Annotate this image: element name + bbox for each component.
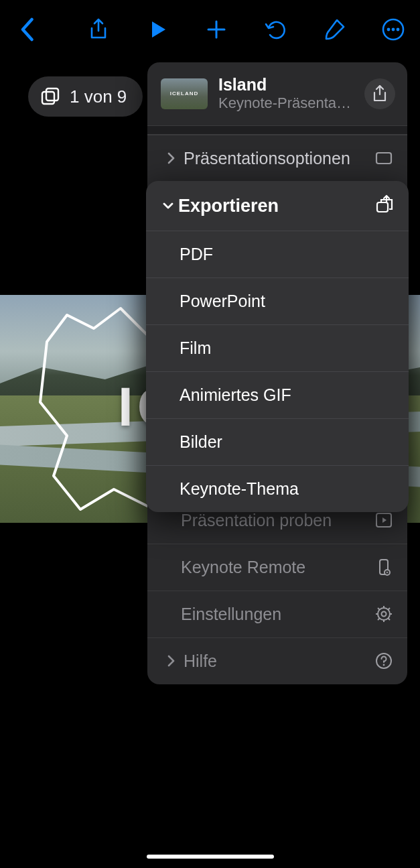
svg-point-3: [397, 28, 400, 32]
export-item-label: Keynote-Thema: [180, 479, 394, 499]
doc-subtitle: Keynote-Präsentati…: [218, 95, 354, 112]
svg-line-17: [388, 618, 390, 620]
export-item-label: Animiertes GIF: [180, 385, 394, 405]
menu-item-settings[interactable]: Einstellungen: [147, 591, 407, 637]
menu-item-label: Präsentation proben: [162, 511, 375, 530]
export-header-label: Exportieren: [178, 196, 375, 216]
export-item-label: Film: [180, 338, 394, 358]
svg-rect-4: [42, 92, 54, 104]
svg-point-11: [382, 612, 387, 617]
menu-item-label: Einstellungen: [162, 605, 375, 624]
chevron-right-icon: [162, 151, 180, 165]
menu-item-presentation-options[interactable]: Präsentationsoptionen: [147, 135, 407, 182]
export-item-pdf[interactable]: PDF: [146, 231, 409, 277]
export-icon: [375, 194, 394, 218]
top-toolbar: [0, 0, 420, 59]
doc-thumbnail: ICELAND: [161, 78, 208, 109]
export-item-keynote-theme[interactable]: Keynote-Thema: [146, 465, 409, 512]
chevron-right-icon: [162, 654, 180, 668]
slide-counter-label: 1 von 9: [70, 86, 127, 107]
presentation-icon: [375, 149, 393, 167]
menu-item-keynote-remote[interactable]: Keynote Remote: [147, 544, 407, 591]
svg-line-19: [388, 608, 390, 610]
add-button[interactable]: [196, 9, 236, 50]
menu-item-label: Keynote Remote: [162, 558, 375, 577]
export-item-images[interactable]: Bilder: [146, 418, 409, 465]
svg-rect-5: [46, 88, 58, 101]
export-item-label: Bilder: [180, 432, 394, 452]
export-item-label: PowerPoint: [180, 292, 394, 311]
svg-point-21: [383, 664, 385, 666]
play-button[interactable]: [137, 9, 178, 50]
menu-item-label: Hilfe: [184, 652, 375, 671]
svg-point-1: [387, 28, 391, 32]
chevron-down-icon: [158, 199, 178, 212]
more-button[interactable]: [373, 9, 413, 50]
svg-rect-22: [377, 202, 388, 212]
export-item-label: PDF: [180, 245, 394, 264]
play-rect-icon: [375, 511, 393, 529]
share-button[interactable]: [78, 9, 119, 50]
slides-icon: [40, 86, 60, 107]
back-button[interactable]: [7, 9, 47, 50]
doc-title: Island: [218, 76, 354, 95]
menu-item-label: Präsentationsoptionen: [184, 149, 375, 168]
svg-point-2: [392, 28, 395, 32]
gear-icon: [375, 605, 393, 623]
undo-button[interactable]: [255, 9, 295, 50]
export-item-powerpoint[interactable]: PowerPoint: [146, 277, 409, 324]
header-share-button[interactable]: [364, 78, 395, 109]
export-submenu: Exportieren PDF PowerPoint Film Animiert…: [146, 181, 409, 512]
menu-item-help[interactable]: Hilfe: [147, 637, 407, 684]
export-item-gif[interactable]: Animiertes GIF: [146, 371, 409, 418]
export-item-movie[interactable]: Film: [146, 324, 409, 371]
help-icon: [375, 652, 393, 670]
thumb-caption: ICELAND: [170, 90, 199, 97]
svg-line-16: [378, 608, 380, 610]
svg-line-18: [378, 618, 380, 620]
phone-play-icon: [375, 558, 393, 576]
home-indicator[interactable]: [147, 855, 274, 859]
slide-counter-pill[interactable]: 1 von 9: [28, 76, 143, 117]
svg-rect-6: [376, 153, 391, 164]
format-brush-button[interactable]: [314, 9, 354, 50]
export-header-row[interactable]: Exportieren: [146, 181, 409, 231]
menu-header: ICELAND Island Keynote-Präsentati…: [147, 62, 407, 125]
